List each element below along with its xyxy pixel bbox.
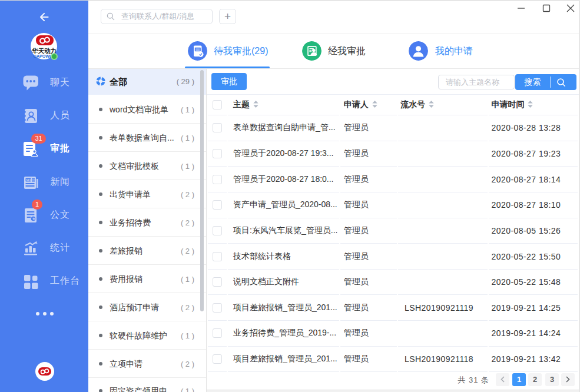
svg-text:NEW: NEW xyxy=(26,179,32,182)
svg-text:★: ★ xyxy=(32,217,35,221)
